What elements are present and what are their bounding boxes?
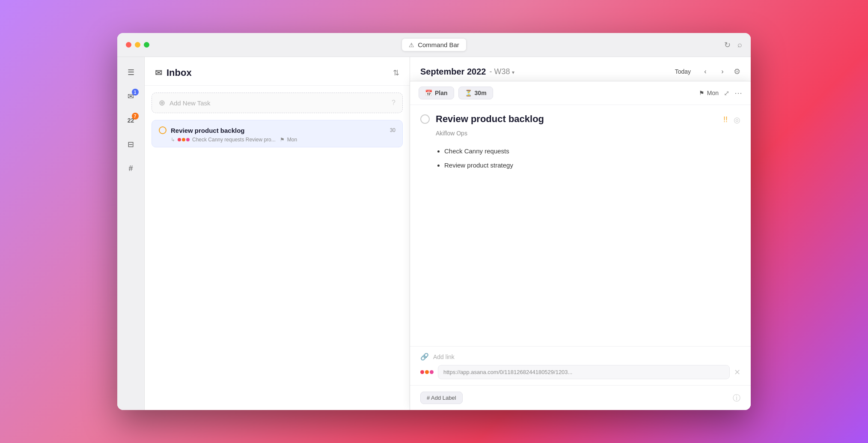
dot-pink <box>186 138 190 141</box>
calendar-title: September 2022 - W38 ▾ <box>420 67 514 77</box>
title-bar: ⚠ Command Bar ↻ ⌕ <box>117 33 751 57</box>
inbox-panel: ✉ Inbox ⇅ ⊕ Add New Task ? Review produc… <box>145 57 410 410</box>
prev-week-button[interactable]: ‹ <box>699 66 711 78</box>
asana-link-row: ✕ <box>420 365 740 379</box>
plan-calendar-icon: 📅 <box>425 90 432 96</box>
task-detail-checkbox[interactable] <box>420 114 430 124</box>
title-bar-actions: ↻ ⌕ <box>724 40 742 50</box>
sidebar: ☰ ✉ 1 22 7 ⊟ # <box>117 57 145 410</box>
duration-button[interactable]: ⏳ 30m <box>458 87 493 99</box>
add-icon: ⊕ <box>159 98 165 108</box>
app-window: ⚠ Command Bar ↻ ⌕ ☰ ✉ 1 22 7 ⊟ <box>117 33 751 410</box>
inbox-title: ✉ Inbox <box>155 67 192 78</box>
info-icon: ⓘ <box>733 393 740 403</box>
command-bar-label: Command Bar <box>418 41 459 48</box>
task-flag-label: Mon <box>287 137 297 143</box>
asana-dot-2 <box>425 370 429 374</box>
flag-day: ⚑ Mon <box>699 90 719 96</box>
add-task-bar[interactable]: ⊕ Add New Task ? <box>152 93 403 113</box>
refresh-icon[interactable]: ↻ <box>724 40 731 50</box>
sidebar-item-calendar[interactable]: 22 7 <box>122 112 140 129</box>
desc-item-1: Check Canny requests <box>444 145 740 157</box>
flag-icon: ⚑ <box>699 90 705 96</box>
calendar-nav: Today ‹ › ⚙ <box>672 66 740 78</box>
traffic-lights <box>126 42 149 48</box>
task-detail-panel: 📅 Plan ⏳ 30m ⚑ Mon ⤢ ⋯ <box>410 81 751 410</box>
hourglass-icon: ⏳ <box>465 90 472 96</box>
desc-item-2: Review product strategy <box>444 159 740 171</box>
task-detail-body: Review product backlog !! ◎ Akiflow Ops … <box>410 105 751 346</box>
detail-header-right: ⚑ Mon ⤢ ⋯ <box>699 88 742 98</box>
sidebar-item-inbox[interactable]: ✉ 1 <box>122 88 140 105</box>
add-label-button[interactable]: # Add Label <box>420 392 463 404</box>
asana-dot-3 <box>430 370 434 374</box>
menu-icon: ☰ <box>128 68 134 77</box>
plan-button[interactable]: 📅 Plan <box>419 87 454 99</box>
close-button[interactable] <box>126 42 131 48</box>
calendar-panel: September 2022 - W38 ▾ Today ‹ › ⚙ CEST <box>410 57 751 410</box>
calendar-settings-button[interactable]: ⚙ <box>734 67 740 76</box>
asana-dot-1 <box>420 370 424 374</box>
task-project-name: Akiflow Ops <box>436 130 740 137</box>
flag-day-label: Mon <box>707 90 719 96</box>
sidebar-item-board[interactable]: ⊟ <box>122 136 140 153</box>
priority-icon: !! <box>723 115 728 124</box>
sort-button[interactable]: ⇅ <box>393 68 399 78</box>
task-title: Review product backlog <box>171 127 386 134</box>
search-icon[interactable]: ⌕ <box>737 40 742 49</box>
inbox-header: ✉ Inbox ⇅ <box>145 57 410 86</box>
inbox-title-text: Inbox <box>166 67 192 78</box>
task-checkbox[interactable] <box>159 126 166 134</box>
calendar-month: September 2022 <box>420 67 486 77</box>
tags-icon: # <box>128 164 133 173</box>
task-subtitle: ↳ Check Canny requests Review pro... ⚑ M… <box>159 137 395 143</box>
expand-button[interactable]: ⤢ <box>724 89 729 97</box>
task-detail-title: Review product backlog <box>436 114 717 125</box>
today-button[interactable]: Today <box>672 66 694 77</box>
task-item-top: Review product backlog 30 <box>159 126 395 134</box>
sidebar-item-tags[interactable]: # <box>122 160 140 177</box>
calendar-week: - W38 ▾ <box>489 67 514 76</box>
task-subtitle-text: Check Canny requests Review pro... <box>192 137 276 143</box>
week-label: W38 <box>494 67 510 76</box>
subtask-arrow-icon: ↳ <box>171 137 175 143</box>
inbox-badge: 1 <box>132 89 139 96</box>
project-dots <box>178 138 190 141</box>
task-links-section: 🔗 Add link ✕ <box>410 346 751 385</box>
command-bar[interactable]: ⚠ Command Bar <box>401 38 467 51</box>
plan-label: Plan <box>435 90 448 96</box>
next-week-button[interactable]: › <box>716 66 728 78</box>
help-icon: ? <box>392 99 395 107</box>
sidebar-item-menu[interactable]: ☰ <box>122 64 140 81</box>
duration-label: 30m <box>475 90 487 96</box>
task-description: Check Canny requests Review product stra… <box>436 145 740 171</box>
remove-link-button[interactable]: ✕ <box>734 368 740 377</box>
task-labels-section: # Add Label ⓘ <box>410 385 751 410</box>
main-layout: ☰ ✉ 1 22 7 ⊟ # ✉ Inbox <box>117 57 751 410</box>
dot-orange <box>182 138 185 141</box>
target-icon: ◎ <box>734 115 740 125</box>
minimize-button[interactable] <box>135 42 140 48</box>
task-duration: 30 <box>390 127 395 133</box>
add-link-label: Add link <box>433 353 455 360</box>
asana-dots <box>420 370 434 374</box>
board-icon: ⊟ <box>128 140 134 149</box>
more-options-button[interactable]: ⋯ <box>734 88 742 98</box>
command-bar-icon: ⚠ <box>409 42 414 48</box>
calendar-badge: 7 <box>132 113 139 120</box>
maximize-button[interactable] <box>144 42 149 48</box>
add-link-row[interactable]: 🔗 Add link <box>420 353 740 361</box>
task-flag-icon: ⚑ <box>280 137 285 143</box>
task-detail-title-row: Review product backlog !! ◎ <box>420 114 740 125</box>
task-detail-header: 📅 Plan ⏳ 30m ⚑ Mon ⤢ ⋯ <box>410 81 751 105</box>
link-icon: 🔗 <box>420 353 429 361</box>
week-dropdown-icon[interactable]: ▾ <box>512 69 514 75</box>
asana-link-input[interactable] <box>438 365 730 379</box>
task-item[interactable]: Review product backlog 30 ↳ Check Canny … <box>152 120 403 147</box>
add-task-label: Add New Task <box>169 99 211 107</box>
inbox-title-icon: ✉ <box>155 68 162 78</box>
dot-red <box>178 138 181 141</box>
